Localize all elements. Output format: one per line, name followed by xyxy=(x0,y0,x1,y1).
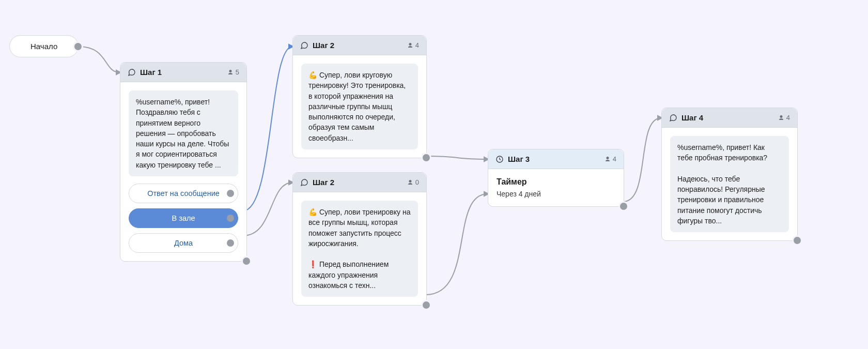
node-header[interactable]: Шаг 2 0 xyxy=(293,173,426,192)
node-title: Шаг 2 xyxy=(313,178,334,187)
option-out-port[interactable] xyxy=(227,190,234,197)
timer-title: Таймер xyxy=(497,177,615,187)
chat-icon xyxy=(300,178,308,187)
clock-icon xyxy=(495,155,504,163)
user-icon xyxy=(227,69,234,75)
user-icon xyxy=(407,42,413,49)
timer-subtitle: Через 4 дней xyxy=(497,190,615,198)
node-header[interactable]: Шаг 3 4 xyxy=(488,149,624,169)
node-out-port[interactable] xyxy=(421,153,431,163)
message-preview: 💪 Супер, лови круговую тренировку! Это т… xyxy=(301,64,418,149)
edge-step1-step2b xyxy=(243,183,292,236)
node-out-port[interactable] xyxy=(241,256,252,266)
node-header[interactable]: Шаг 2 4 xyxy=(293,36,426,55)
node-title: Шаг 2 xyxy=(313,41,334,50)
chat-icon xyxy=(300,41,308,50)
node-header[interactable]: Шаг 4 4 xyxy=(662,108,797,128)
node-step4[interactable]: Шаг 4 4 %username%, привет! Как тебе про… xyxy=(661,108,798,241)
start-label: Начало xyxy=(30,42,57,51)
edge-start-step1 xyxy=(79,47,120,72)
node-step1[interactable]: Шаг 1 5 %username%, привет! Поздравляю т… xyxy=(120,62,247,262)
message-preview: 💪 Супер, лови тренировку на все группы м… xyxy=(301,201,418,297)
node-out-port[interactable] xyxy=(792,235,802,246)
node-step3[interactable]: Шаг 3 4 Таймер Через 4 дней xyxy=(488,149,624,207)
user-icon xyxy=(407,179,413,186)
message-preview: %username%, привет! Поздравляю тебя с пр… xyxy=(129,90,238,176)
node-out-port[interactable] xyxy=(618,201,629,211)
node-count: 4 xyxy=(415,41,419,49)
node-step2b[interactable]: Шаг 2 0 💪 Супер, лови тренировку на все … xyxy=(292,172,427,306)
node-title: Шаг 3 xyxy=(508,155,530,163)
flow-canvas[interactable]: Начало Шаг 1 5 %username%, привет! Поздр… xyxy=(0,0,868,349)
node-title: Шаг 4 xyxy=(681,113,703,122)
node-count: 5 xyxy=(236,68,239,76)
edge-step1-step2a xyxy=(243,47,292,211)
node-count: 4 xyxy=(786,114,790,122)
node-count: 0 xyxy=(415,178,419,186)
start-node[interactable]: Начало xyxy=(9,35,79,57)
option-home[interactable]: Дома xyxy=(129,233,238,253)
edge-step3-step4 xyxy=(623,118,661,202)
option-out-port[interactable] xyxy=(227,239,234,247)
message-preview: %username%, привет! Как тебе пробная тре… xyxy=(670,136,789,232)
edge-step2a-step3 xyxy=(426,156,488,159)
node-step2a[interactable]: Шаг 2 4 💪 Супер, лови круговую тренировк… xyxy=(292,35,427,158)
start-out-port[interactable] xyxy=(73,41,83,52)
option-reply[interactable]: Ответ на сообщение xyxy=(129,184,238,203)
user-icon xyxy=(605,156,611,162)
node-title: Шаг 1 xyxy=(140,68,162,77)
user-icon xyxy=(778,115,784,121)
chat-icon xyxy=(128,68,136,77)
node-out-port[interactable] xyxy=(421,300,431,310)
option-out-port[interactable] xyxy=(227,215,234,222)
option-gym[interactable]: В зале xyxy=(129,208,238,228)
options-list: Ответ на сообщение В зале Дома xyxy=(129,184,238,253)
node-count: 4 xyxy=(613,155,616,163)
node-header[interactable]: Шаг 1 5 xyxy=(120,63,246,82)
edge-step2b-step3 xyxy=(426,194,488,295)
chat-icon xyxy=(669,114,677,122)
